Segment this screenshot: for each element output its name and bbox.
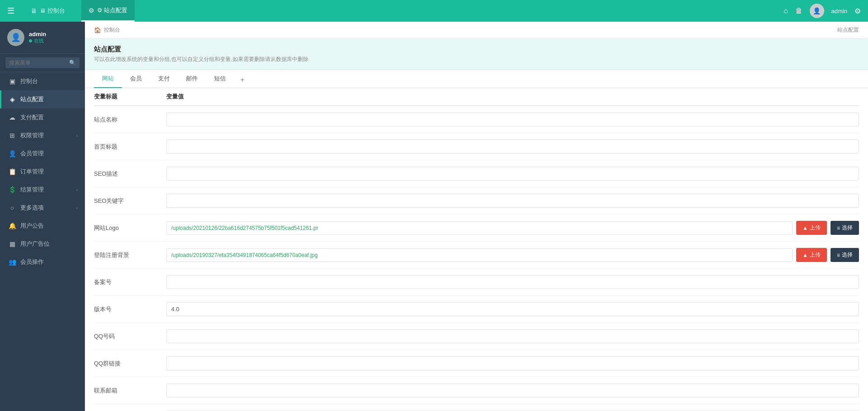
value-version <box>166 302 859 316</box>
input-beian[interactable] <box>166 275 859 289</box>
site-config-icon: ◈ <box>9 96 16 103</box>
table-header: 变量标题 变量值 <box>94 88 859 106</box>
tab-email[interactable]: 邮件 <box>178 70 206 88</box>
row-site-logo: 网站Logo ▲ 上传 ≡ 选择 <box>94 215 859 242</box>
input-email[interactable] <box>166 383 859 397</box>
main-content: 🏠 控制台 站点配置 站点配置 可以在此增改系统的变量和分组,也可以自定义分组和… <box>85 22 868 411</box>
sidebar-item-more-options[interactable]: ○ 更多选项 ‹ <box>0 199 85 217</box>
admin-name-label[interactable]: admin <box>831 8 847 14</box>
avatar: 👤 <box>7 29 24 46</box>
trash-icon[interactable]: 🗑 <box>795 7 803 15</box>
file-path-logo[interactable] <box>166 221 793 235</box>
search-input[interactable] <box>5 57 79 68</box>
value-site-name <box>166 112 859 126</box>
input-seo-desc[interactable] <box>166 167 859 181</box>
input-site-name[interactable] <box>166 112 859 126</box>
input-home-title[interactable] <box>166 140 859 154</box>
sidebar-item-site-config[interactable]: ◈ 站点配置 <box>0 90 85 108</box>
tab-pay[interactable]: 支付 <box>150 70 178 88</box>
upload-icon-2: ▲ <box>803 252 808 258</box>
tab-sms[interactable]: 短信 <box>206 70 234 88</box>
col-value: 变量值 <box>166 93 859 101</box>
label-site-logo: 网站Logo <box>94 224 166 232</box>
row-seo-desc: SEO描述 <box>94 160 859 187</box>
row-home-title: 首页标题 <box>94 133 859 160</box>
gear-icon-tab: ⚙ <box>89 7 94 14</box>
value-email <box>166 383 859 397</box>
select-icon-2: ≡ <box>837 252 840 258</box>
settings-table: 变量标题 变量值 站点名称 首页标题 SEO描述 <box>85 88 868 411</box>
label-qq: QQ号码 <box>94 332 166 341</box>
upload-logo-button[interactable]: ▲ 上传 <box>796 221 827 235</box>
upload-icon: ▲ <box>803 225 808 231</box>
sidebar-item-member-manage[interactable]: 👤 会员管理 <box>0 145 85 163</box>
label-beian: 备案号 <box>94 278 166 286</box>
dashboard-icon: ▣ <box>9 78 16 85</box>
page-header: 站点配置 可以在此增改系统的变量和分组,也可以自定义分组和变量,如果需要删除请从… <box>85 39 868 70</box>
sidebar-item-order-manage[interactable]: 📋 订单管理 <box>0 163 85 181</box>
monitor-icon: 🖥 <box>31 7 37 14</box>
settings-icon[interactable]: ⚙ <box>854 7 861 15</box>
input-qq-group[interactable] <box>166 356 859 370</box>
search-icon: 🔍 <box>69 60 76 66</box>
row-qq-group: QQ群链接 <box>94 350 859 377</box>
input-qq[interactable] <box>166 329 859 343</box>
file-input-group-bg: ▲ 上传 ≡ 选择 <box>166 248 859 262</box>
label-home-title: 首页标题 <box>94 143 166 151</box>
label-seo-keyword: SEO关键字 <box>94 197 166 205</box>
select-icon: ≡ <box>837 225 840 231</box>
tab-dashboard[interactable]: 🖥 🖥 控制台 <box>23 0 72 22</box>
label-version: 版本号 <box>94 305 166 313</box>
top-navbar: ☰ 🖥 🖥 控制台 ⚙ ⚙ 站点配置 ⌂ 🗑 👤 admin ⚙ <box>0 0 868 22</box>
sidebar-search-area: 🔍 <box>0 54 85 72</box>
sidebar-item-pay-config[interactable]: ☁ 支付配置 <box>0 108 85 126</box>
file-input-group-logo: ▲ 上传 ≡ 选择 <box>166 221 859 235</box>
upload-bg-button[interactable]: ▲ 上传 <box>796 248 827 262</box>
sidebar: 👤 admin 在线 🔍 ▣ 控制台 <box>0 22 85 411</box>
notice-icon: 🔔 <box>9 222 16 229</box>
row-phone: 电话号码 <box>94 404 859 411</box>
tab-member[interactable]: 会员 <box>122 70 150 88</box>
breadcrumb-current: 站点配置 <box>837 26 859 34</box>
tab-site-config-label: ⚙ 站点配置 <box>97 6 128 14</box>
input-version[interactable] <box>166 302 859 316</box>
label-seo-desc: SEO描述 <box>94 170 166 178</box>
profile-info: admin 在线 <box>29 31 46 44</box>
value-seo-keyword <box>166 194 859 208</box>
select-logo-button[interactable]: ≡ 选择 <box>831 221 859 235</box>
member-action-icon: 👥 <box>9 258 16 266</box>
sidebar-item-member-action[interactable]: 👥 会员操作 <box>0 253 85 271</box>
label-login-bg: 登陆注册背景 <box>94 251 166 259</box>
tab-website[interactable]: 网站 <box>94 70 122 88</box>
row-qq: QQ号码 <box>94 323 859 350</box>
file-path-bg[interactable] <box>166 248 793 262</box>
sidebar-item-dashboard[interactable]: ▣ 控制台 <box>0 72 85 90</box>
home-icon[interactable]: ⌂ <box>784 7 788 15</box>
sidebar-item-user-ads[interactable]: ▦ 用户广告位 <box>0 235 85 253</box>
input-seo-keyword[interactable] <box>166 194 859 208</box>
settle-icon: 💲 <box>9 186 16 193</box>
row-beian: 备案号 <box>94 269 859 296</box>
sidebar-menu: ▣ 控制台 ◈ 站点配置 ☁ 支付配置 ⊞ 权限管理 <box>0 72 85 411</box>
top-nav-right: ⌂ 🗑 👤 admin ⚙ <box>784 4 861 18</box>
hamburger-icon[interactable]: ☰ <box>7 6 14 16</box>
sidebar-item-permission[interactable]: ⊞ 权限管理 ‹ <box>0 126 85 145</box>
row-seo-keyword: SEO关键字 <box>94 187 859 215</box>
row-login-bg: 登陆注册背景 ▲ 上传 ≡ 选择 <box>94 242 859 269</box>
value-login-bg: ▲ 上传 ≡ 选择 <box>166 248 859 262</box>
sidebar-item-settle-manage[interactable]: 💲 结算管理 ‹ <box>0 181 85 199</box>
chevron-icon-3: ‹ <box>76 206 78 210</box>
sidebar-profile: 👤 admin 在线 <box>0 22 85 54</box>
chevron-icon: ‹ <box>76 133 78 138</box>
tab-add-button[interactable]: + <box>234 72 251 88</box>
home-breadcrumb-icon: 🏠 <box>94 27 101 33</box>
value-beian <box>166 275 859 289</box>
sidebar-item-user-notice[interactable]: 🔔 用户公告 <box>0 217 85 235</box>
value-qq-group <box>166 356 859 370</box>
select-bg-button[interactable]: ≡ 选择 <box>831 248 859 262</box>
value-seo-desc <box>166 167 859 181</box>
avatar: 👤 <box>810 4 824 18</box>
tab-site-config[interactable]: ⚙ ⚙ 站点配置 <box>81 0 135 22</box>
top-nav-left: ☰ 🖥 🖥 控制台 ⚙ ⚙ 站点配置 <box>7 0 135 22</box>
row-site-name: 站点名称 <box>94 106 859 133</box>
